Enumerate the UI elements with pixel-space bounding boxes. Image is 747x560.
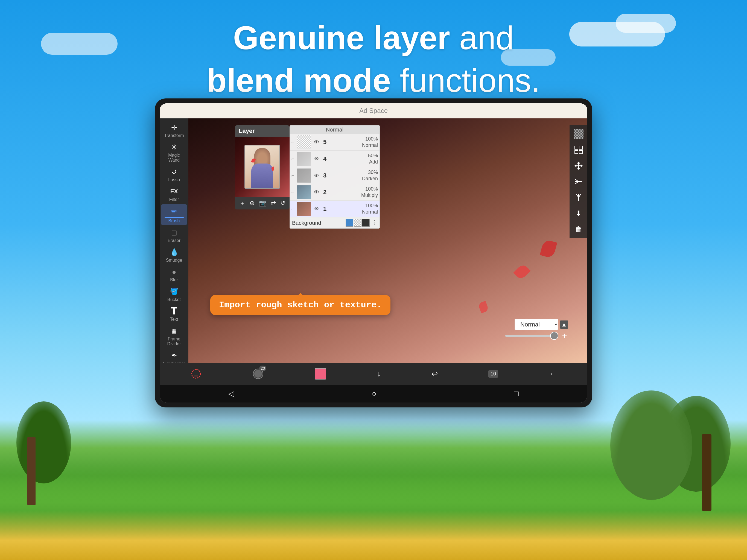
main-area: ✛ Transform ✳ Magic Wand ⤾ Lasso FX Filt… bbox=[160, 119, 587, 363]
grid-icon bbox=[574, 146, 583, 154]
back-btn[interactable]: ← bbox=[549, 370, 557, 378]
right-panel-delete-btn[interactable]: 🗑 bbox=[571, 222, 586, 236]
tool-lasso[interactable]: ⤾ Lasso bbox=[161, 165, 187, 184]
tool-smudge[interactable]: 💧 Smudge bbox=[161, 245, 187, 264]
selection-tool-btn[interactable] bbox=[190, 368, 202, 379]
layer-add2-btn[interactable]: ⊕ bbox=[250, 200, 255, 207]
bg-more-btn[interactable]: ⋮ bbox=[371, 219, 377, 226]
download-btn[interactable]: ↓ bbox=[377, 370, 381, 378]
layer3-mode: Darken bbox=[329, 176, 378, 182]
tool-brush[interactable]: ✏ Brush bbox=[161, 204, 187, 225]
text-label: Text bbox=[170, 317, 178, 322]
right-panel-checker-btn[interactable] bbox=[571, 127, 586, 141]
tool-eyedropper[interactable]: ✒ Eyedropper bbox=[161, 349, 187, 363]
background-row[interactable]: Background ⋮ bbox=[290, 218, 380, 228]
layer-camera-btn[interactable]: 📷 bbox=[259, 200, 266, 207]
svg-rect-1 bbox=[579, 146, 583, 149]
layer4-opacity: 50% bbox=[329, 153, 378, 159]
blur-label: Blur bbox=[170, 278, 178, 282]
tool-bucket[interactable]: 🪣 Bucket bbox=[161, 285, 187, 304]
tool-blur[interactable]: ● Blur bbox=[161, 265, 187, 284]
opacity-slider-thumb[interactable] bbox=[550, 332, 558, 340]
layer3-eye[interactable]: 👁 bbox=[313, 172, 320, 179]
tree-trunk-right bbox=[702, 434, 712, 511]
right-panel-grid-btn[interactable] bbox=[571, 143, 586, 157]
tool-magic-wand[interactable]: ✳ Magic Wand bbox=[161, 140, 187, 164]
lasso-icon: ⤾ bbox=[169, 167, 179, 177]
tool-text[interactable]: T Text bbox=[161, 304, 187, 324]
layers-list-header: Normal bbox=[290, 126, 380, 134]
layer-row-1[interactable]: ⌐ 👁 1 100% Normal bbox=[290, 201, 380, 218]
bg-color-checker bbox=[354, 219, 361, 227]
page-num-badge: 10 bbox=[488, 370, 498, 378]
layer3-thumb bbox=[297, 169, 311, 183]
tool-eraser[interactable]: ◻ Eraser bbox=[161, 226, 187, 245]
bucket-icon: 🪣 bbox=[169, 286, 179, 297]
page-num-btn[interactable]: 10 bbox=[488, 370, 498, 378]
layer-row-4[interactable]: ⌐ 👁 4 50% Add bbox=[290, 151, 380, 167]
blend-mode-select[interactable]: Normal Multiply Add Darken Lighten bbox=[515, 319, 558, 330]
layer5-flag: ⌐ bbox=[291, 140, 295, 145]
layer-add-btn[interactable]: ＋ bbox=[239, 199, 245, 207]
layer-undo-btn[interactable]: ↺ bbox=[280, 200, 285, 207]
svg-point-4 bbox=[192, 370, 200, 378]
opacity-plus-btn[interactable]: ＋ bbox=[561, 331, 568, 341]
trees-left bbox=[17, 401, 71, 483]
layer1-thumb bbox=[297, 202, 311, 216]
layer5-opacity: 100% bbox=[329, 136, 378, 142]
canvas-area: Layer bbox=[188, 119, 587, 363]
layer2-num: 2 bbox=[322, 189, 328, 196]
layer2-eye[interactable]: 👁 bbox=[313, 188, 320, 196]
frame-divider-label: Frame Divider bbox=[162, 337, 186, 347]
color-swatch[interactable] bbox=[315, 368, 326, 380]
layer-row-2[interactable]: ⌐ 👁 2 100% Multiply bbox=[290, 184, 380, 201]
android-nav: ◁ ○ □ bbox=[160, 385, 587, 403]
tablet-screen: Ad Space ✛ Transform ✳ Magic Wand ⤾ bbox=[160, 103, 587, 403]
headline: Genuine layer and blend mode functions. bbox=[0, 17, 747, 102]
mini-char-body bbox=[251, 163, 273, 188]
right-panel-move-btn[interactable] bbox=[571, 159, 586, 173]
right-panel: ⬇ 🗑 bbox=[570, 125, 587, 238]
ad-space-bar: Ad Space bbox=[160, 103, 587, 119]
layer-row-5[interactable]: ⌐ 👁 5 100% Normal bbox=[290, 134, 380, 151]
tool-transform[interactable]: ✛ Transform bbox=[161, 121, 187, 140]
layer1-eye[interactable]: 👁 bbox=[313, 205, 320, 213]
layer5-eye[interactable]: 👁 bbox=[313, 138, 320, 146]
layer4-thumb bbox=[297, 152, 311, 166]
transform-label: Transform bbox=[164, 133, 184, 138]
bg-color-blue bbox=[345, 219, 353, 227]
layer5-thumb bbox=[297, 135, 311, 149]
layer1-info: 100% Normal bbox=[329, 203, 378, 215]
brush-label: Brush bbox=[169, 219, 180, 223]
eyedropper-label: Eyedropper bbox=[163, 361, 185, 363]
blend-mode-arrow[interactable]: ▲ bbox=[560, 321, 568, 329]
filter-label: Filter bbox=[169, 197, 179, 202]
right-panel-flip-h-btn[interactable] bbox=[571, 175, 586, 189]
tool-frame-divider[interactable]: ▦ Frame Divider bbox=[161, 324, 187, 348]
layer5-mode: Normal bbox=[329, 142, 378, 149]
filter-icon: FX bbox=[169, 186, 179, 197]
tooltip-bubble: Import rough sketch or texture. bbox=[210, 295, 390, 315]
tree-trunk-left bbox=[27, 437, 35, 505]
layer4-eye[interactable]: 👁 bbox=[313, 155, 320, 163]
layer5-num: 5 bbox=[322, 138, 328, 146]
android-recents-btn[interactable]: □ bbox=[514, 389, 519, 398]
tool-filter[interactable]: FX Filter bbox=[161, 184, 187, 204]
right-panel-arrow-down-btn[interactable]: ⬇ bbox=[571, 206, 586, 221]
ad-space-label: Ad Space bbox=[359, 107, 388, 114]
brush-size-btn[interactable]: 20 bbox=[252, 368, 264, 380]
opacity-slider-track[interactable] bbox=[505, 335, 558, 337]
layer1-num: 1 bbox=[322, 205, 328, 212]
layer-row-3[interactable]: ⌐ 👁 3 30% Darken bbox=[290, 167, 380, 184]
right-panel-flip-v-btn[interactable] bbox=[571, 190, 586, 205]
eyedropper-icon: ✒ bbox=[169, 350, 179, 361]
flip-h-icon bbox=[574, 177, 583, 186]
layer-swap-btn[interactable]: ⇄ bbox=[271, 200, 276, 207]
undo-btn[interactable]: ↩ bbox=[432, 370, 438, 378]
layer2-opacity: 100% bbox=[329, 186, 378, 192]
lasso-bottom-icon bbox=[190, 368, 202, 379]
android-home-btn[interactable]: ○ bbox=[372, 389, 377, 398]
layer-preview-area bbox=[235, 137, 289, 197]
android-back-btn[interactable]: ◁ bbox=[228, 389, 234, 398]
left-toolbar: ✛ Transform ✳ Magic Wand ⤾ Lasso FX Filt… bbox=[160, 119, 188, 363]
